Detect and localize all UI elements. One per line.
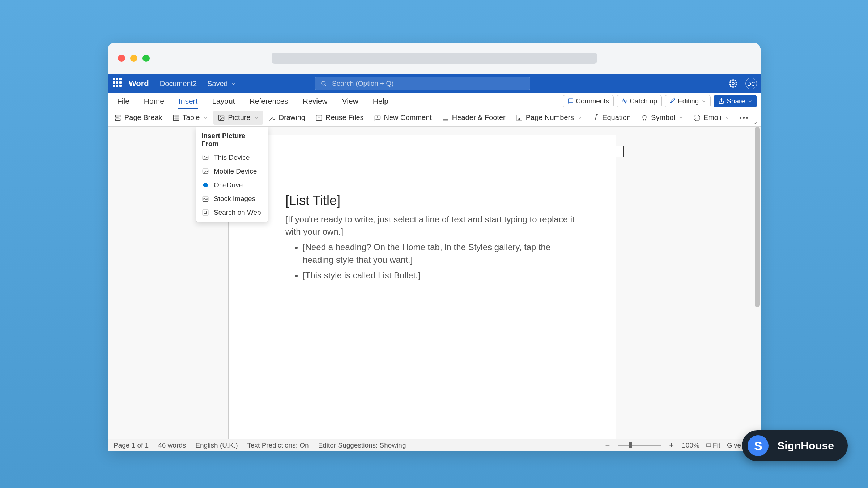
new-comment-icon	[374, 114, 381, 121]
fit-icon	[706, 442, 711, 448]
symbol-button[interactable]: Symbol	[637, 111, 688, 125]
app-name-label: Word	[129, 79, 149, 88]
equation-button[interactable]: Equation	[588, 111, 635, 125]
more-tools-button[interactable]	[735, 114, 752, 121]
drawing-icon	[269, 114, 276, 121]
drawing-button[interactable]: Drawing	[264, 111, 310, 125]
svg-rect-26	[203, 155, 208, 159]
tab-references[interactable]: References	[243, 93, 294, 109]
minimize-window-button[interactable]	[130, 55, 137, 62]
page-break-button[interactable]: Page Break	[110, 111, 167, 125]
chevron-down-icon	[725, 116, 729, 120]
dropdown-item-mobile-device[interactable]: Mobile Device	[196, 164, 268, 178]
new-comment-button[interactable]: New Comment	[370, 111, 436, 125]
reuse-files-button[interactable]: Reuse Files	[311, 111, 368, 125]
document-intro-paragraph[interactable]: [If you're ready to write, just select a…	[285, 213, 575, 237]
document-page[interactable]: [List Title] [If you're ready to write, …	[228, 135, 616, 451]
stock-images-icon	[201, 195, 209, 203]
list-item[interactable]: [Need a heading? On the Home tab, in the…	[303, 241, 575, 266]
page-numbers-icon: #	[516, 114, 523, 121]
zoom-out-button[interactable]: −	[604, 441, 611, 450]
header-footer-icon	[442, 114, 449, 121]
chevron-down-icon	[203, 116, 208, 120]
zoom-thumb[interactable]	[629, 442, 632, 448]
fit-button[interactable]: Fit	[706, 441, 720, 449]
share-icon	[718, 98, 724, 104]
dropdown-item-search-web[interactable]: Search on Web	[196, 206, 268, 219]
signhouse-logo: S	[748, 435, 769, 456]
table-button[interactable]: Table	[168, 111, 212, 125]
tab-help[interactable]: Help	[367, 93, 394, 109]
vertical-scrollbar[interactable]	[755, 127, 760, 307]
svg-text:#: #	[519, 117, 520, 120]
status-page[interactable]: Page 1 of 1	[114, 441, 149, 449]
dropdown-item-this-device[interactable]: This Device	[196, 151, 268, 164]
status-suggestions[interactable]: Editor Suggestions: Showing	[318, 441, 406, 449]
table-icon	[173, 114, 180, 121]
zoom-in-button[interactable]: +	[668, 441, 675, 450]
onedrive-icon	[201, 181, 209, 189]
tab-review[interactable]: Review	[297, 93, 333, 109]
search-placeholder: Search (Option + Q)	[332, 80, 394, 87]
equation-icon	[592, 114, 599, 121]
document-bullet-list: [Need a heading? On the Home tab, in the…	[285, 241, 575, 282]
chevron-down-icon	[254, 116, 259, 120]
document-canvas: [List Title] [If you're ready to write, …	[108, 127, 761, 451]
activity-icon	[621, 98, 627, 104]
share-button[interactable]: Share	[714, 95, 757, 107]
dropdown-item-onedrive[interactable]: OneDrive	[196, 178, 268, 192]
comments-button[interactable]: Comments	[563, 95, 614, 107]
mobile-icon	[201, 167, 209, 175]
list-item[interactable]: [This style is called List Bullet.]	[303, 269, 575, 282]
chevron-down-icon	[578, 116, 582, 120]
zoom-slider[interactable]	[618, 445, 661, 446]
pencil-icon	[669, 98, 676, 104]
close-window-button[interactable]	[118, 55, 125, 62]
svg-point-0	[322, 81, 326, 85]
status-language[interactable]: English (U.K.)	[195, 441, 238, 449]
svg-rect-18	[443, 115, 448, 121]
tab-file[interactable]: File	[111, 93, 135, 109]
editing-mode-button[interactable]: Editing	[665, 95, 711, 107]
tab-home[interactable]: Home	[138, 93, 170, 109]
device-icon	[201, 154, 209, 162]
insert-picture-dropdown: Insert Picture From This Device Mobile D…	[196, 127, 268, 222]
status-predictions[interactable]: Text Predictions: On	[247, 441, 309, 449]
svg-point-13	[220, 116, 221, 117]
toolbar-collapse-icon[interactable]	[753, 120, 758, 125]
header-footer-button[interactable]: Header & Footer	[438, 111, 510, 125]
zoom-percent[interactable]: 100%	[682, 441, 699, 449]
comment-icon	[567, 98, 574, 104]
insert-toolbar: Page Break Table Picture Drawing Reuse F…	[108, 109, 761, 127]
document-title[interactable]: [List Title]	[285, 193, 575, 208]
svg-point-2	[732, 82, 734, 85]
signhouse-overlay[interactable]: S SignHouse	[742, 430, 848, 461]
dropdown-title: Insert Picture From	[196, 129, 268, 151]
settings-icon[interactable]	[729, 79, 737, 88]
svg-point-31	[204, 211, 207, 214]
svg-rect-7	[173, 115, 179, 120]
svg-point-23	[694, 115, 700, 121]
reuse-files-icon	[315, 114, 323, 121]
catchup-button[interactable]: Catch up	[617, 95, 662, 107]
document-name[interactable]: Document2 - Saved	[160, 80, 236, 88]
page-numbers-button[interactable]: # Page Numbers	[511, 111, 586, 125]
tab-layout[interactable]: Layout	[206, 93, 241, 109]
emoji-button[interactable]: Emoji	[689, 111, 734, 125]
picture-button[interactable]: Picture	[213, 111, 263, 125]
menu-tabs: File Home Insert Layout References Revie…	[111, 93, 394, 109]
browser-address-bar[interactable]	[272, 53, 597, 64]
svg-rect-4	[115, 115, 120, 117]
tab-insert[interactable]: Insert	[173, 93, 204, 109]
page-break-icon	[114, 114, 122, 121]
status-words[interactable]: 46 words	[158, 441, 186, 449]
search-input[interactable]: Search (Option + Q)	[315, 77, 530, 90]
app-launcher-icon[interactable]	[113, 78, 124, 89]
user-avatar[interactable]: DC	[745, 78, 757, 89]
dropdown-item-stock-images[interactable]: Stock Images	[196, 192, 268, 206]
tab-view[interactable]: View	[336, 93, 364, 109]
chevron-down-icon	[748, 99, 752, 103]
symbol-icon	[641, 114, 648, 121]
maximize-window-button[interactable]	[142, 55, 150, 62]
status-bar: Page 1 of 1 46 words English (U.K.) Text…	[108, 439, 761, 451]
